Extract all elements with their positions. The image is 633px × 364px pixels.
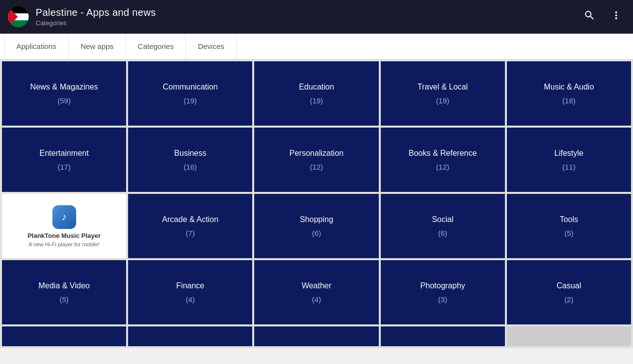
category-count: (4) [186, 295, 195, 304]
ad-card[interactable]: ♪ PlankTone Music Player A new Hi-Fi pla… [2, 194, 126, 258]
category-name: Education [299, 82, 334, 92]
category-card[interactable]: Photography (3) [381, 260, 505, 324]
search-icon[interactable] [581, 6, 598, 27]
partial-card[interactable] [381, 326, 505, 346]
category-count: (5) [59, 295, 68, 304]
category-name: Social [432, 215, 453, 225]
category-count: (3) [438, 295, 447, 304]
nav-tabs: Applications New apps Categories Devices [0, 34, 633, 59]
partial-card-last [507, 326, 631, 346]
category-name: Travel & Local [417, 82, 468, 92]
category-name: Arcade & Action [162, 215, 219, 225]
category-card[interactable]: Lifestyle (11) [507, 128, 631, 192]
category-card[interactable]: Arcade & Action (7) [128, 194, 252, 258]
category-name: Weather [302, 281, 331, 291]
category-card[interactable]: Social (6) [381, 194, 505, 258]
category-count: (5) [564, 229, 573, 237]
tab-devices[interactable]: Devices [186, 34, 236, 59]
category-card[interactable]: Books & Reference (12) [381, 128, 505, 192]
category-name: News & Magazines [30, 82, 98, 92]
category-count: (11) [562, 163, 576, 171]
more-options-icon[interactable] [607, 6, 625, 27]
category-card[interactable]: Entertainment (17) [2, 128, 126, 192]
partial-card[interactable] [254, 326, 378, 346]
tab-categories[interactable]: Categories [126, 34, 186, 59]
category-name: Lifestyle [554, 148, 584, 159]
category-card[interactable]: News & Magazines (59) [2, 61, 126, 126]
flag-icon [8, 6, 29, 27]
category-name: Tools [560, 215, 578, 225]
category-count: (19) [310, 96, 323, 105]
ad-app-icon: ♪ [52, 205, 76, 229]
category-card[interactable]: Education (19) [254, 61, 378, 126]
partial-card[interactable] [2, 326, 126, 346]
category-card[interactable]: Personalization (12) [254, 128, 378, 192]
category-name: Entertainment [40, 148, 89, 159]
category-card[interactable]: Weather (4) [254, 260, 378, 324]
category-count: (19) [183, 96, 197, 105]
category-name: Business [174, 148, 206, 159]
category-card[interactable]: Finance (4) [128, 260, 252, 324]
partial-card[interactable] [128, 326, 252, 346]
category-card[interactable]: Travel & Local (19) [381, 61, 505, 126]
category-name: Finance [176, 281, 204, 291]
category-card[interactable]: Casual (2) [507, 260, 631, 324]
category-count: (6) [312, 229, 321, 237]
category-grid: News & Magazines (59) Communication (19)… [0, 59, 633, 326]
category-name: Photography [420, 281, 465, 291]
category-count: (4) [312, 295, 321, 304]
header-text: Palestine - Apps and news Categories [36, 7, 581, 27]
category-count: (12) [310, 163, 323, 171]
category-card[interactable]: Communication (19) [128, 61, 252, 126]
category-name: Shopping [300, 215, 333, 225]
category-count: (16) [183, 163, 197, 171]
category-name: Personalization [289, 148, 343, 159]
category-card[interactable]: Music & Audio (18) [507, 61, 631, 126]
category-name: Books & Reference [408, 148, 477, 159]
header-title: Palestine - Apps and news [36, 7, 581, 18]
category-count: (18) [562, 96, 576, 105]
category-card[interactable]: Shopping (6) [254, 194, 378, 258]
category-card[interactable]: Tools (5) [507, 194, 631, 258]
category-count: (19) [436, 96, 450, 105]
category-name: Music & Audio [544, 82, 594, 92]
category-count: (17) [57, 163, 71, 171]
ad-subtitle: A new Hi-Fi player for mobile! [29, 241, 100, 247]
bottom-partial-row [0, 326, 633, 348]
category-count: (2) [564, 295, 573, 304]
tab-new-apps[interactable]: New apps [69, 34, 126, 59]
category-card[interactable]: Media & Video (5) [2, 260, 126, 324]
category-count: (6) [438, 229, 447, 237]
category-name: Media & Video [39, 281, 90, 291]
category-count: (12) [436, 163, 450, 171]
app-header: Palestine - Apps and news Categories [0, 0, 633, 34]
header-actions [581, 6, 625, 27]
category-card[interactable]: Business (16) [128, 128, 252, 192]
category-name: Communication [163, 82, 218, 92]
category-count: (59) [57, 96, 71, 105]
ad-title: PlankTone Music Player [28, 232, 101, 239]
category-count: (7) [186, 229, 195, 237]
tab-applications[interactable]: Applications [4, 34, 69, 59]
header-subtitle: Categories [36, 19, 581, 27]
category-name: Casual [556, 281, 581, 291]
